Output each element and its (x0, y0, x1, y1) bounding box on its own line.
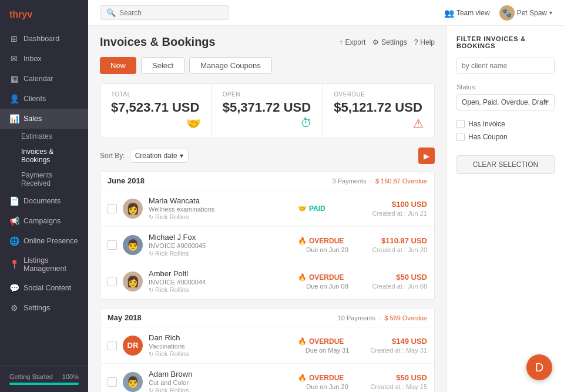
main-area: 🔍 👥 Team view 🐾 Pet Spaw ▾ Invoices & Bo… (88, 0, 564, 392)
sidebar-nav: ⊞ Dashboard ✉ Inbox ▦ Calendar 👤 Clients… (0, 29, 88, 366)
sidebar-item-label: Clients (24, 95, 46, 103)
user-label: Pet Spaw (517, 9, 547, 17)
sidebar-item-label: Social Content (24, 284, 71, 292)
invoice-amount: $149 USD Created at : May 31 (362, 337, 427, 354)
sidebar-item-online-presence[interactable]: 🌐 Online Presence (0, 231, 88, 251)
status-sub: Due on Jun 20 (298, 246, 357, 253)
sort-value: Creation date (135, 152, 177, 160)
inbox-icon: ✉ (9, 54, 19, 63)
row-checkbox[interactable] (108, 277, 117, 286)
row-checkbox[interactable] (108, 377, 117, 387)
help-link[interactable]: ? Help (414, 38, 435, 46)
refresh-icon: ↻ (149, 250, 153, 257)
clear-selection-button[interactable]: CLEAR SELECTION (456, 155, 555, 174)
stat-overdue-value: $5,121.72 USD (334, 100, 424, 115)
sidebar-item-listings[interactable]: 📍 Listings Management (0, 251, 88, 278)
has-invoice-label: Has Invoice (468, 120, 505, 128)
user-menu[interactable]: 🐾 Pet Spaw ▾ (499, 5, 552, 21)
invoice-client-name: Michael J Fox (149, 233, 292, 242)
content-area: Invoices & Bookings ↑ Export ⚙ Settings … (88, 26, 564, 392)
new-button[interactable]: New (100, 57, 136, 74)
invoice-client-name: Adam Brown (149, 370, 292, 378)
table-row: DR Dan Rich Vaccinations ↻ Rick Rollins … (100, 327, 434, 364)
sidebar-item-calendar[interactable]: ▦ Calendar (0, 69, 88, 89)
invoice-info: Adam Brown Cut and Color ↻ Rick Rollins (149, 370, 292, 392)
invoice-description: Wellness examinations (149, 206, 292, 213)
sidebar-item-label: Dashboard (24, 35, 59, 43)
team-view-btn[interactable]: 👥 Team view (444, 8, 490, 18)
invoice-amount: $50 USD Created at : May 15 (362, 373, 427, 390)
row-checkbox[interactable] (108, 240, 117, 250)
stat-total-value: $7,523.71 USD (111, 100, 201, 115)
avatar: 👨 (123, 372, 143, 392)
invoice-amount: $110.87 USD Created at : Jun 20 (362, 236, 427, 253)
invoice-description: INVOICE #0000045 (149, 242, 292, 249)
status-badge: 🔥 OVERDUE (298, 374, 357, 382)
sidebar-bottom: Getting Started 100% (0, 366, 88, 392)
sidebar-item-invoices[interactable]: Invoices & Bookings (21, 144, 88, 167)
sidebar-item-inbox[interactable]: ✉ Inbox (0, 49, 88, 69)
sidebar-item-social[interactable]: 💬 Social Content (0, 278, 88, 298)
sidebar-item-estimates[interactable]: Estimates (21, 129, 88, 144)
overdue-icon: ⚠ (413, 116, 424, 130)
status-badge: 🔥 OVERDUE (298, 237, 357, 245)
has-invoice-checkbox[interactable] (456, 120, 465, 128)
arrow-right-button[interactable]: ▶ (418, 148, 435, 164)
invoice-amount: $50 USD Created at : Jun 08 (362, 273, 427, 290)
amount-date: Created at : May 31 (362, 347, 427, 354)
has-coupon-checkbox[interactable] (456, 133, 465, 141)
invoice-group-june2018: June 2018 3 Payments · $ 160.87 Overdue … (100, 171, 435, 300)
sidebar-sub-sales: Estimates Invoices & Bookings Payments R… (0, 129, 88, 191)
select-button[interactable]: Select (141, 57, 184, 74)
row-checkbox[interactable] (108, 341, 117, 350)
settings-link[interactable]: ⚙ Settings (372, 38, 407, 46)
sidebar-item-sales[interactable]: 📊 Sales (0, 109, 88, 129)
sidebar-item-documents[interactable]: 📄 Documents (0, 191, 88, 211)
sidebar-item-settings[interactable]: ⚙ Settings (0, 298, 88, 318)
table-row: 👨 Adam Brown Cut and Color ↻ Rick Rollin… (100, 364, 434, 392)
page-actions: ↑ Export ⚙ Settings ? Help (340, 38, 435, 46)
manage-coupons-button[interactable]: Manage Coupons (189, 57, 272, 74)
export-icon: ↑ (340, 38, 343, 46)
sidebar-item-payments[interactable]: Payments Received (21, 167, 88, 191)
invoice-info: Michael J Fox INVOICE #0000045 ↻ Rick Ro… (149, 233, 292, 257)
invoice-amount: $100 USD Created at : Jun 21 (362, 200, 427, 217)
export-btn[interactable]: ↑ Export (340, 38, 366, 46)
sidebar-item-clients[interactable]: 👤 Clients (0, 89, 88, 109)
avatar: 👨 (123, 235, 143, 255)
stats-row: TOTAL $7,523.71 USD 🤝 OPEN $5,371.72 USD… (100, 83, 435, 138)
invoice-agent: ↻ Rick Rollins (149, 286, 292, 293)
refresh-icon: ↻ (149, 214, 153, 220)
invoice-status: 🔥 OVERDUE Due on Jun 08 (298, 273, 357, 290)
arrow-right-icon: ▶ (424, 152, 429, 160)
sort-select[interactable]: Creation date ▾ (130, 149, 189, 163)
amount-value: $149 USD (362, 337, 427, 346)
filter-search-input[interactable] (457, 58, 555, 73)
filter-search-bar[interactable]: 🔍 (456, 58, 555, 74)
social-icon: 💬 (9, 283, 19, 293)
calendar-icon: ▦ (9, 74, 19, 83)
search-input[interactable] (119, 9, 223, 17)
filter-sidebar: FILTER INVOICES & BOOKINGS 🔍 Status: Ope… (446, 26, 564, 392)
row-checkbox[interactable] (108, 204, 117, 213)
sidebar-item-dashboard[interactable]: ⊞ Dashboard (0, 29, 88, 49)
invoice-info: Dan Rich Vaccinations ↻ Rick Rollins (149, 333, 292, 357)
fab-button[interactable]: D (526, 354, 552, 380)
filter-status-select[interactable]: Open, Paid, Overdue, Draft (456, 94, 555, 110)
search-icon: 🔍 (106, 8, 116, 17)
group-month-may: May 2018 (108, 313, 142, 322)
status-sub: Due on May 31 (298, 347, 357, 354)
documents-icon: 📄 (9, 196, 19, 206)
avatar: DR (123, 336, 143, 356)
filter-status-section: Status: Open, Paid, Overdue, Draft (456, 83, 555, 110)
sidebar-item-campaigns[interactable]: 📢 Campaigns (0, 211, 88, 231)
total-icon: 🤝 (186, 116, 201, 130)
refresh-icon: ↻ (149, 287, 153, 293)
sales-icon: 📊 (9, 114, 19, 123)
search-bar[interactable]: 🔍 (100, 5, 229, 20)
invoice-group-may2018: May 2018 10 Payments · $ 569 Overdue DR … (100, 308, 435, 392)
sort-label: Sort By: (100, 152, 125, 160)
refresh-icon: ↻ (149, 351, 153, 357)
settings-icon: ⚙ (9, 303, 19, 313)
invoice-agent: ↻ Rick Rollins (149, 387, 292, 392)
